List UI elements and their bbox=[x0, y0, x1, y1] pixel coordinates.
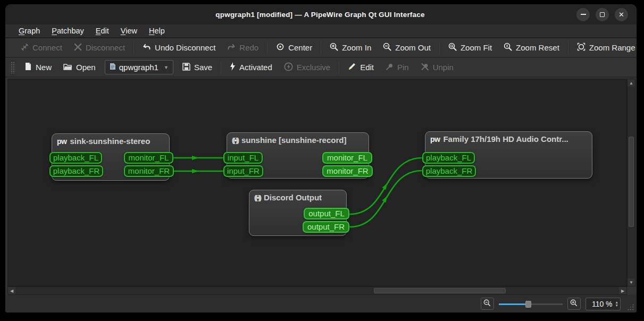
port-sink-sunshine-stereo-monitor_FL[interactable]: monitor_FL bbox=[124, 152, 173, 164]
zoom-slider-fill bbox=[499, 303, 528, 305]
minimize-button[interactable] bbox=[576, 8, 590, 21]
scroll-left-button[interactable]: ◀ bbox=[8, 287, 15, 294]
menu-edit[interactable]: Edit bbox=[90, 26, 115, 36]
zoom-reset-icon bbox=[504, 43, 512, 53]
new-patchbay-button[interactable]: New bbox=[19, 60, 57, 75]
toolbar-drag-handle[interactable] bbox=[11, 62, 14, 73]
port-sink-sunshine-stereo-playback_FL[interactable]: playback_FL bbox=[49, 152, 102, 164]
vertical-scrollbar-thumb[interactable] bbox=[629, 137, 634, 227]
zoom-out-icon bbox=[383, 43, 391, 53]
redo-icon bbox=[227, 43, 236, 53]
statusbar: 110 % ▲▼ bbox=[5, 295, 637, 312]
menu-view[interactable]: View bbox=[115, 26, 143, 36]
statusbar-zoom-in-button[interactable] bbox=[567, 298, 581, 310]
graph-canvas[interactable]: pwsink-sunshine-stereo((•))sunshine [sun… bbox=[7, 79, 627, 286]
canvas-area: pwsink-sunshine-stereo((•))sunshine [sun… bbox=[7, 79, 635, 295]
edit-button[interactable]: Edit bbox=[342, 60, 380, 75]
toolbar-separator bbox=[339, 61, 339, 74]
zoom-out-icon bbox=[483, 299, 491, 309]
node-title: sunshine [sunshine-record] bbox=[241, 136, 347, 145]
node-title: Discord Output bbox=[264, 193, 322, 202]
node-title: sink-sunshine-stereo bbox=[70, 137, 150, 146]
horizontal-scrollbar[interactable]: ◀ ▶ bbox=[7, 286, 627, 295]
menubar: Graph Patchbay Edit View Help bbox=[5, 24, 637, 38]
titlebar: qpwgraph1 [modified] — A PipeWire Graph … bbox=[5, 4, 637, 24]
unpin-button[interactable]: Unpin bbox=[415, 60, 459, 75]
zoom-out-button[interactable]: Zoom Out bbox=[377, 40, 437, 56]
toolbar-separator bbox=[568, 41, 568, 54]
exclusive-toggle[interactable]: Exclusive bbox=[278, 60, 336, 75]
toolbar-separator bbox=[439, 41, 440, 54]
graph-toolbar: Connect Disconnect Undo Disconnect Redo … bbox=[5, 38, 637, 58]
toolbar-separator bbox=[133, 41, 134, 54]
activated-toggle[interactable]: Activated bbox=[224, 60, 278, 75]
zoom-range-button[interactable]: Zoom Range bbox=[571, 40, 637, 56]
new-file-icon bbox=[24, 62, 32, 72]
window-title: qpwgraph1 [modified] — A PipeWire Graph … bbox=[5, 11, 576, 19]
close-button[interactable]: ✕ bbox=[615, 8, 628, 21]
activated-bolt-icon bbox=[230, 62, 236, 72]
menu-help[interactable]: Help bbox=[143, 26, 171, 36]
node-header: ((•))Discord Output bbox=[249, 190, 346, 205]
port-discord-output-output_FL[interactable]: output_FL bbox=[304, 208, 349, 219]
zoom-in-icon bbox=[330, 43, 338, 53]
port-sunshine-input_FR[interactable]: input_FR bbox=[223, 165, 263, 177]
port-family-hd-audio-playback_FL[interactable]: playback_FL bbox=[422, 152, 475, 164]
node-header: ((•))sunshine [sunshine-record] bbox=[227, 133, 369, 147]
toolbar-separator bbox=[267, 41, 267, 54]
connect-icon bbox=[21, 43, 29, 53]
vertical-scrollbar[interactable]: ▲ ▼ bbox=[627, 79, 635, 286]
scroll-down-button[interactable]: ▼ bbox=[628, 278, 635, 286]
zoom-reset-button[interactable]: Zoom Reset bbox=[498, 40, 565, 56]
zoom-percent-value: 110 % bbox=[590, 300, 613, 308]
save-patchbay-button[interactable]: Save bbox=[177, 60, 218, 75]
disconnect-icon bbox=[74, 43, 82, 53]
open-patchbay-button[interactable]: Open bbox=[57, 60, 102, 75]
connection-arrow-icon bbox=[192, 156, 199, 160]
port-sunshine-monitor_FR[interactable]: monitor_FR bbox=[322, 165, 373, 177]
disconnect-button[interactable]: Disconnect bbox=[68, 40, 131, 56]
redo-button[interactable]: Redo bbox=[221, 40, 264, 56]
patchbay-selector[interactable]: qpwgraph1 ▼ bbox=[105, 60, 173, 74]
scroll-right-button[interactable]: ▶ bbox=[619, 287, 626, 294]
spinbox-arrows[interactable]: ▲▼ bbox=[615, 301, 618, 307]
maximize-button[interactable] bbox=[596, 8, 609, 21]
connections-layer bbox=[8, 79, 626, 286]
zoom-in-icon bbox=[570, 299, 578, 309]
center-button[interactable]: Center bbox=[270, 40, 318, 56]
scroll-up-button[interactable]: ▲ bbox=[628, 79, 635, 87]
zoom-percent-spinbox[interactable]: 110 % ▲▼ bbox=[586, 298, 621, 310]
port-sink-sunshine-stereo-playback_FR[interactable]: playback_FR bbox=[49, 165, 103, 177]
resize-grip[interactable] bbox=[627, 303, 634, 310]
exclusive-bolt-icon bbox=[284, 62, 293, 73]
app-window: qpwgraph1 [modified] — A PipeWire Graph … bbox=[5, 4, 637, 312]
connect-button[interactable]: Connect bbox=[15, 40, 68, 56]
zoom-slider-handle[interactable] bbox=[525, 301, 531, 308]
port-sink-sunshine-stereo-monitor_FR[interactable]: monitor_FR bbox=[124, 165, 174, 177]
patchbay-file-icon bbox=[110, 63, 116, 72]
port-discord-output-output_FR[interactable]: output_FR bbox=[303, 221, 349, 233]
zoom-slider[interactable] bbox=[499, 299, 563, 309]
toolbar-separator bbox=[321, 41, 321, 54]
port-sunshine-input_FL[interactable]: input_FL bbox=[223, 152, 263, 164]
node-header: pwFamily 17h/19h HD Audio Contr... bbox=[425, 132, 592, 146]
chevron-down-icon: ▼ bbox=[164, 65, 169, 70]
zoom-fit-button[interactable]: Zoom Fit bbox=[442, 40, 498, 56]
menu-graph[interactable]: Graph bbox=[13, 26, 46, 36]
port-sunshine-monitor_FL[interactable]: monitor_FL bbox=[322, 152, 372, 164]
undo-button[interactable]: Undo Disconnect bbox=[137, 40, 221, 56]
pin-icon bbox=[386, 63, 394, 72]
node-title: Family 17h/19h HD Audio Contr... bbox=[443, 134, 568, 143]
center-icon bbox=[276, 43, 285, 53]
port-family-hd-audio-playback_FR[interactable]: playback_FR bbox=[422, 165, 476, 177]
spin-down-icon[interactable]: ▼ bbox=[615, 304, 618, 307]
pipewire-icon: pw bbox=[57, 137, 66, 146]
statusbar-zoom-out-button[interactable] bbox=[481, 298, 494, 310]
pin-button[interactable]: Pin bbox=[380, 60, 415, 75]
patchbay-selector-value: qpwgraph1 bbox=[119, 63, 158, 72]
edit-pencil-icon bbox=[348, 62, 356, 72]
horizontal-scrollbar-thumb[interactable] bbox=[374, 288, 506, 293]
undo-icon bbox=[143, 43, 151, 53]
menu-patchbay[interactable]: Patchbay bbox=[46, 26, 89, 36]
zoom-in-button[interactable]: Zoom In bbox=[324, 40, 377, 56]
